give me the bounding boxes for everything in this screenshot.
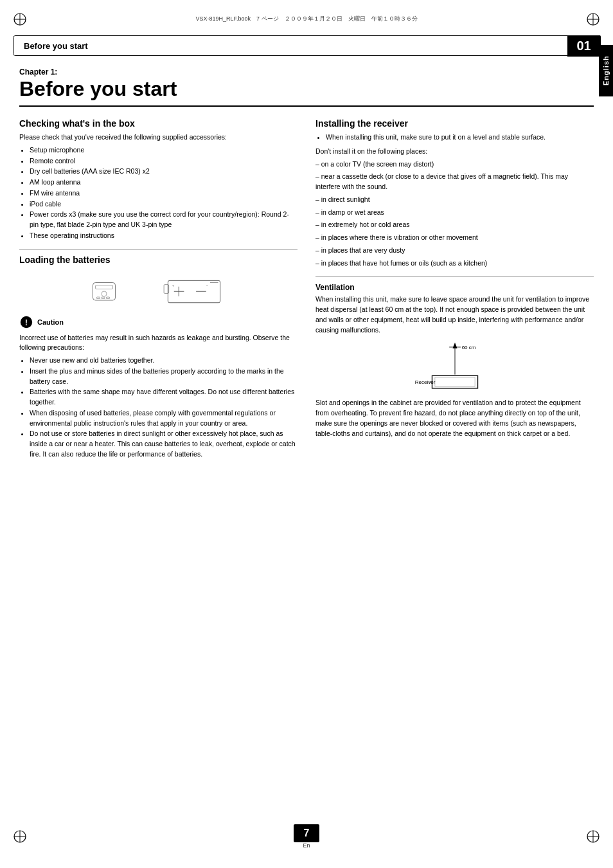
caution-intro: Incorrect use of batteries may result in…: [19, 333, 298, 354]
page-lang: En: [303, 842, 310, 849]
page-number-box: 7: [294, 824, 319, 842]
page-frame: VSX-819H_RLF.book 7 ページ ２００９年１月２０日 火曜日 午…: [0, 0, 613, 868]
header-title-area: Before you start: [13, 36, 567, 55]
list-item: iPod cable: [30, 199, 298, 210]
caution-label: Caution: [37, 315, 64, 329]
svg-text:Receiver: Receiver: [414, 379, 435, 385]
header-title: Before you start: [24, 41, 88, 51]
main-content: Chapter 1: Before you start Checking wha…: [0, 56, 613, 476]
section-divider: [19, 249, 298, 249]
checking-box-list: Setup microphone Remote control Dry cell…: [19, 145, 298, 241]
installing-bullet: When installing this unit, make sure to …: [315, 132, 594, 143]
ventilation-subheading: Ventilation: [315, 283, 594, 292]
caution-list: Never use new and old batteries together…: [19, 356, 298, 460]
list-item: Power cords x3 (make sure you use the co…: [30, 210, 298, 230]
list-item: These operating instructions: [30, 231, 298, 241]
svg-rect-9: [96, 297, 100, 299]
dont-install-intro: Don't install it on the following places…: [315, 147, 594, 157]
dont-install-item-2: – in direct sunlight: [315, 195, 594, 205]
list-item: When installing this unit, make sure to …: [326, 132, 594, 143]
list-item: Do not use or store batteries in direct …: [30, 429, 298, 459]
dont-install-item-1: – near a cassette deck (or close to a de…: [315, 172, 594, 192]
page-number-area: 7 En: [294, 824, 319, 849]
dont-install-item-4: – in extremely hot or cold areas: [315, 220, 594, 230]
svg-text:60 cm: 60 cm: [461, 345, 475, 351]
list-item: Remote control: [30, 156, 298, 167]
reg-mark-bottom-right: [586, 829, 600, 844]
list-item: Insert the plus and minus sides of the b…: [30, 366, 298, 387]
checking-box-section: Checking what's in the box Please check …: [19, 118, 298, 241]
svg-rect-11: [106, 297, 109, 299]
bottom-area: 7 En: [0, 824, 613, 849]
file-info-text: VSX-819H_RLF.book 7 ページ ２００９年１月２０日 火曜日 午…: [27, 15, 586, 23]
svg-text:−: −: [206, 283, 208, 287]
list-item: Setup microphone: [30, 145, 298, 156]
dont-install-item-5: – in places where there is vibration or …: [315, 233, 594, 243]
battery-diagram: + −: [19, 271, 298, 310]
svg-rect-7: [95, 285, 112, 289]
caution-icon: !: [19, 315, 33, 329]
svg-rect-10: [102, 297, 105, 299]
list-item: Dry cell batteries (AAA size IEC R03) x2: [30, 167, 298, 177]
right-column: Installing the receiver When installing …: [315, 118, 594, 464]
top-marks-area: VSX-819H_RLF.book 7 ページ ２００９年１月２０日 火曜日 午…: [0, 0, 613, 35]
installing-receiver-section: Installing the receiver When installing …: [315, 118, 594, 268]
caution-box: ! Caution: [19, 315, 298, 329]
dont-install-item-7: – in places that have hot fumes or oils …: [315, 258, 594, 269]
installing-receiver-heading: Installing the receiver: [315, 118, 594, 129]
loading-batteries-section: Loading the batteries: [19, 255, 298, 460]
dont-install-item-6: – in places that are very dusty: [315, 246, 594, 256]
svg-point-8: [102, 291, 107, 296]
list-item: AM loop antenna: [30, 177, 298, 188]
battery-svg-right: + −: [162, 271, 226, 310]
reg-mark-top-right: [586, 12, 600, 26]
header-bar: Before you start 01: [13, 35, 600, 56]
ventilation-text2: Slot and openings in the cabinet are pro…: [315, 398, 594, 439]
chapter-title: Before you start: [19, 78, 594, 107]
section-divider-ventilation: [315, 276, 594, 276]
checking-box-intro: Please check that you've received the fo…: [19, 132, 298, 143]
svg-rect-27: [434, 377, 474, 386]
chapter-label: Chapter 1:: [19, 68, 594, 77]
battery-svg-left: [91, 271, 155, 310]
list-item: FM wire antenna: [30, 188, 298, 199]
dont-install-item-3: – in damp or wet areas: [315, 208, 594, 218]
ventilation-section: Ventilation When installing this unit, m…: [315, 283, 594, 439]
ventilation-diagram: 60 cm Receiver: [397, 341, 513, 393]
ventilation-text1: When installing this unit, make sure to …: [315, 294, 594, 335]
left-column: Checking what's in the box Please check …: [19, 118, 298, 464]
svg-text:!: !: [25, 317, 28, 327]
svg-text:+: +: [172, 283, 173, 287]
loading-batteries-heading: Loading the batteries: [19, 255, 298, 265]
list-item: Never use new and old batteries together…: [30, 356, 298, 366]
reg-mark-top-left: [13, 12, 27, 26]
svg-marker-25: [452, 343, 457, 348]
chapter-number-badge: 01: [567, 35, 601, 57]
two-column-layout: Checking what's in the box Please check …: [19, 118, 594, 464]
dont-install-item-0: – on a color TV (the screen may distort): [315, 159, 594, 170]
checking-box-heading: Checking what's in the box: [19, 118, 298, 129]
reg-mark-bottom-left: [13, 829, 27, 844]
list-item: When disposing of used batteries, please…: [30, 408, 298, 429]
list-item: Batteries with the same shape may have d…: [30, 387, 298, 408]
